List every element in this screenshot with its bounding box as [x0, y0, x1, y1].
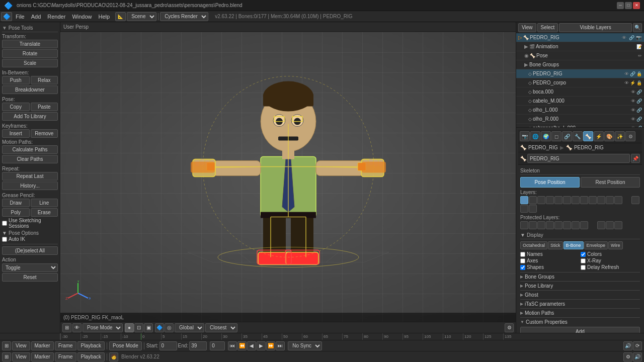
- list-item[interactable]: ▶ 🎬 Animation 📝: [516, 42, 644, 51]
- names-checkbox[interactable]: [520, 252, 525, 257]
- wire-mode-btn[interactable]: ⊡: [134, 323, 143, 332]
- delay-refresh-checkbox[interactable]: [581, 265, 586, 270]
- prop-particles-icon[interactable]: ✨: [615, 131, 625, 141]
- skip-end-btn[interactable]: ⏭: [276, 341, 285, 350]
- list-item[interactable]: ◇ boca.000 👁 🔗: [516, 87, 644, 97]
- prot-layer-5[interactable]: [554, 221, 562, 229]
- outliner-visible-btn[interactable]: Visible Layers: [559, 23, 632, 32]
- bone-type-stick[interactable]: Stick: [548, 241, 563, 249]
- rest-position-button[interactable]: Rest Position: [581, 177, 640, 188]
- proportional-btn[interactable]: ◎: [165, 323, 174, 332]
- add-custom-prop-button[interactable]: Add: [520, 327, 640, 333]
- list-item[interactable]: ▶ Bone Groups: [516, 60, 644, 69]
- layer-10[interactable]: [597, 196, 605, 204]
- viewport-mode-select[interactable]: Pose Mode: [83, 323, 123, 332]
- next-frame-btn[interactable]: ⏩: [266, 341, 275, 350]
- custom-properties-header[interactable]: ▼ Custom Properties: [520, 319, 640, 325]
- prot-layer-11[interactable]: [606, 221, 614, 229]
- bottom-marker-btn[interactable]: Marker: [31, 352, 54, 361]
- start-frame-input[interactable]: [159, 341, 177, 350]
- bottom-playback-btn[interactable]: Playback: [77, 352, 105, 361]
- prop-texture-icon[interactable]: 🎨: [604, 131, 614, 141]
- prot-layer-1[interactable]: [520, 221, 528, 229]
- bone-groups-header[interactable]: ▶ Bone Groups: [520, 274, 640, 280]
- rotate-button[interactable]: Rotate: [2, 49, 58, 58]
- pivot-select[interactable]: Global: [175, 323, 204, 332]
- layer-16[interactable]: [529, 205, 537, 213]
- calculate-paths-button[interactable]: Calculate Paths: [2, 145, 58, 154]
- audio-btn[interactable]: 🔊: [623, 341, 632, 350]
- layer-5[interactable]: [554, 196, 562, 204]
- prop-scene-icon[interactable]: 🌐: [530, 131, 540, 141]
- colors-checkbox[interactable]: [581, 252, 586, 257]
- remove-keyframe-button[interactable]: Remove: [31, 129, 58, 138]
- solid-mode-btn[interactable]: ●: [125, 323, 134, 332]
- viewport[interactable]: User Persp: [60, 22, 516, 333]
- bottom-view-btn[interactable]: View: [12, 352, 30, 361]
- render-engine-select[interactable]: Cycles Render: [160, 12, 208, 21]
- layer-4[interactable]: [546, 196, 554, 204]
- bottom-ctrl-2[interactable]: 🔊: [633, 352, 642, 361]
- prev-frame-btn[interactable]: ⏪: [237, 341, 247, 350]
- list-item[interactable]: ◇ olho_R.000 👁 🔗: [516, 115, 644, 124]
- sync-select[interactable]: No Sync: [288, 341, 322, 350]
- timeline-mode-icon[interactable]: ⊞: [2, 341, 11, 350]
- relax-button[interactable]: Relax: [31, 76, 58, 84]
- timeline-pose-mode-btn[interactable]: Pose Mode: [109, 341, 142, 350]
- pose-position-button[interactable]: Pose Position: [520, 177, 580, 188]
- layer-8[interactable]: [580, 196, 588, 204]
- use-sketching-checkbox[interactable]: [2, 221, 7, 226]
- viewport-mode-icon[interactable]: ⊞: [62, 323, 71, 332]
- push-button[interactable]: Push: [2, 76, 30, 84]
- deselect-all-button[interactable]: (De)select All: [2, 246, 58, 255]
- insert-keyframe-button[interactable]: Insert: [2, 129, 30, 138]
- auto-ik-checkbox[interactable]: [2, 237, 7, 242]
- menu-add[interactable]: Add: [28, 13, 44, 21]
- layer-7[interactable]: [572, 196, 580, 204]
- end-frame-input[interactable]: [189, 341, 207, 350]
- timeline-marker-btn[interactable]: Marker: [31, 341, 54, 350]
- character-icon-btn[interactable]: 🧑: [109, 352, 118, 361]
- breakdowner-button[interactable]: Breakdowner: [2, 85, 58, 94]
- outliner-select-btn[interactable]: Select: [537, 23, 558, 32]
- prot-layer-10[interactable]: [597, 221, 605, 229]
- translate-button[interactable]: Translate: [2, 40, 58, 48]
- erase-button[interactable]: Erase: [31, 208, 58, 217]
- menu-window[interactable]: Window: [69, 13, 95, 21]
- layer-9[interactable]: [589, 196, 597, 204]
- layer-6[interactable]: [563, 196, 571, 204]
- menu-help[interactable]: Help: [96, 13, 113, 21]
- object-name-pin-btn[interactable]: 📌: [631, 154, 640, 163]
- reset-button[interactable]: Reset: [2, 273, 58, 282]
- add-to-library-button[interactable]: Add To Library: [2, 112, 58, 121]
- prop-render-icon[interactable]: 📷: [520, 131, 530, 141]
- repeat-last-button[interactable]: Repeat Last: [2, 172, 58, 180]
- prot-layer-12[interactable]: [614, 221, 622, 229]
- menu-render[interactable]: Render: [44, 13, 68, 21]
- copy-pose-button[interactable]: Copy: [2, 103, 30, 111]
- bone-type-wire[interactable]: Wire: [608, 241, 623, 249]
- prot-layer-4[interactable]: [546, 221, 554, 229]
- snap-select[interactable]: Closest: [205, 323, 237, 332]
- snap-btn[interactable]: 🔷: [155, 323, 164, 332]
- prot-layer-3[interactable]: [537, 221, 545, 229]
- minimize-button[interactable]: ─: [617, 2, 624, 9]
- layer-1[interactable]: [520, 196, 528, 204]
- list-item[interactable]: ◇ olho_L.000 👁 🔗: [516, 106, 644, 115]
- prot-layer-2[interactable]: [529, 221, 537, 229]
- play-btn[interactable]: ▶: [257, 341, 266, 350]
- axes-checkbox[interactable]: [520, 258, 525, 263]
- bone-type-bbone[interactable]: B-Bone: [564, 241, 584, 249]
- timeline-view-btn[interactable]: View: [12, 341, 30, 350]
- outliner-search-icon[interactable]: 🔍: [633, 23, 642, 32]
- ghost-header[interactable]: ▶ Ghost: [520, 292, 640, 298]
- pose-library-header[interactable]: ▶ Pose Library: [520, 283, 640, 289]
- display-section-header[interactable]: ▼ Display: [520, 231, 640, 239]
- action-select[interactable]: Toggle: [2, 263, 58, 272]
- layer-15[interactable]: [520, 205, 528, 213]
- overlay-btn[interactable]: ⚙: [505, 323, 514, 332]
- layer-12[interactable]: [614, 196, 622, 204]
- prop-material-icon[interactable]: ⚡: [594, 131, 604, 141]
- blender-icon-btn[interactable]: 🔷: [1, 12, 12, 21]
- timeline-frame-btn[interactable]: Frame: [55, 341, 76, 350]
